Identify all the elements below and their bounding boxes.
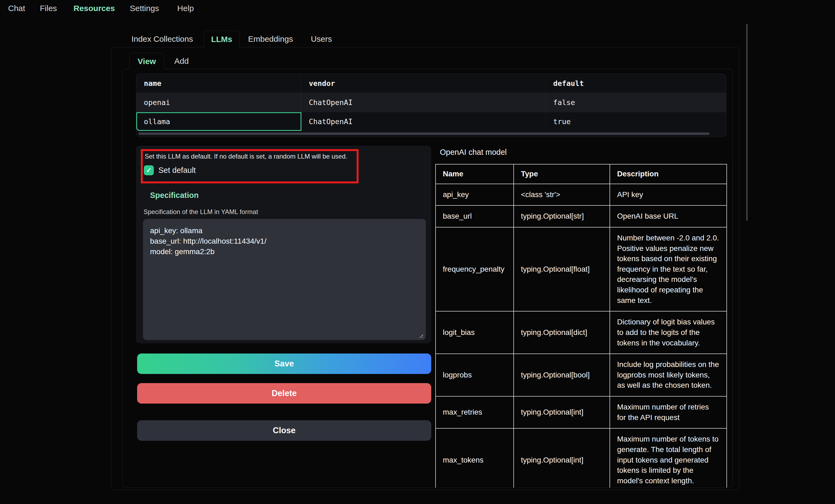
params-column-description: Description [610, 164, 727, 184]
param-description: Dictionary of logit bias values to add t… [610, 311, 727, 354]
llm-row-ollama-vendor[interactable]: ChatOpenAI [301, 112, 546, 131]
llm-list-table: name vendor default openai ChatOpenAI fa… [136, 74, 727, 137]
params-column-name: Name [435, 164, 514, 184]
tab-embeddings[interactable]: Embeddings [248, 31, 293, 47]
llm-table-header-row: name vendor default [136, 74, 726, 92]
param-name: max_tokens [435, 428, 514, 488]
params-column-type: Type [514, 164, 610, 184]
nav-item-help[interactable]: Help [177, 4, 194, 13]
tab-add-label: Add [174, 57, 188, 66]
nav-item-chat[interactable]: Chat [8, 4, 25, 13]
param-description: Include log probabilities on the logprob… [610, 354, 727, 396]
param-type: typing.Optional[dict] [514, 311, 610, 354]
param-name: api_key [435, 184, 514, 206]
params-panel-title: OpenAI chat model [440, 148, 507, 157]
close-button[interactable]: Close [137, 420, 431, 441]
param-name: max_retries [435, 396, 514, 428]
llm-detail-form: Set this LLM as default. If no default i… [136, 146, 431, 343]
specification-sublabel: Specification of the LLM in YAML format [144, 208, 258, 216]
tab-add[interactable]: Add [165, 53, 198, 69]
llm-row-openai-default[interactable]: false [546, 92, 726, 112]
param-type: typing.Optional[int] [514, 396, 610, 428]
delete-button[interactable]: Delete [137, 383, 431, 404]
yaml-spec-textarea[interactable]: api_key: ollama base_url: http://localho… [143, 219, 426, 340]
nav-item-resources[interactable]: Resources [74, 4, 115, 13]
vertical-scrollbar-thumb[interactable] [746, 24, 748, 221]
param-description: Number between -2.0 and 2.0. Positive va… [610, 227, 727, 311]
horizontal-scrollbar-thumb[interactable] [139, 132, 710, 135]
param-name: logit_bias [435, 311, 514, 354]
tab-index-collections[interactable]: Index Collections [131, 31, 193, 47]
param-name: logprobs [435, 354, 514, 396]
checkmark-icon: ✓ [146, 166, 151, 174]
specification-heading: Specification [150, 191, 199, 200]
llm-row-ollama-name[interactable]: ollama [136, 112, 301, 131]
param-type: <class 'str'> [514, 184, 610, 206]
llm-column-header-default: default [546, 74, 726, 92]
set-default-row: ✓ Set default [144, 165, 196, 175]
top-navigation: Chat Files Resources Settings Help [0, 0, 835, 17]
table-row: api_key <class 'str'> API key [435, 184, 727, 206]
tab-users[interactable]: Users [311, 31, 332, 47]
tab-view-label: View [138, 57, 156, 66]
llm-row-ollama-default[interactable]: true [546, 112, 726, 131]
llm-row-openai-vendor[interactable]: ChatOpenAI [301, 92, 546, 112]
param-type: typing.Optional[int] [514, 428, 610, 488]
param-type: typing.Optional[bool] [514, 354, 610, 396]
llm-column-header-vendor: vendor [301, 74, 546, 92]
llm-row-openai-name[interactable]: openai [136, 92, 301, 112]
tab-view[interactable]: View [129, 53, 164, 69]
nav-item-settings[interactable]: Settings [130, 4, 159, 13]
param-name: base_url [435, 205, 514, 227]
table-row: base_url typing.Optional[str] OpenAI bas… [435, 205, 727, 227]
table-row[interactable]: openai ChatOpenAI false [136, 92, 726, 112]
param-description: Maximum number of retries for the API re… [610, 396, 727, 428]
set-default-checkbox[interactable]: ✓ [144, 165, 154, 175]
param-type: typing.Optional[str] [514, 205, 610, 227]
table-row: frequency_penalty typing.Optional[float]… [435, 227, 727, 311]
model-params-table: Name Type Description api_key <class 'st… [435, 164, 727, 488]
param-description: Maximum number of tokens to generate. Th… [610, 428, 727, 488]
nav-item-files[interactable]: Files [40, 4, 57, 13]
save-button[interactable]: Save [137, 354, 431, 374]
param-description: API key [610, 184, 727, 206]
param-type: typing.Optional[float] [514, 227, 610, 311]
param-description: OpenAI base URL [610, 205, 727, 227]
table-row: max_retries typing.Optional[int] Maximum… [435, 396, 727, 428]
table-row: logit_bias typing.Optional[dict] Diction… [435, 311, 727, 354]
params-header-row: Name Type Description [435, 164, 727, 184]
table-row-selected[interactable]: ollama ChatOpenAI true [136, 112, 726, 131]
param-name: frequency_penalty [435, 227, 514, 311]
llms-view-panel: name vendor default openai ChatOpenAI fa… [123, 69, 733, 488]
llm-column-header-name: name [136, 74, 301, 92]
table-row: max_tokens typing.Optional[int] Maximum … [435, 428, 727, 488]
set-default-label: Set default [158, 166, 196, 175]
tab-llms[interactable]: LLMs [204, 31, 240, 48]
set-default-note: Set this LLM as default. If no default i… [145, 153, 349, 160]
tab-llms-label: LLMs [211, 35, 232, 44]
table-row: logprobs typing.Optional[bool] Include l… [435, 354, 727, 396]
